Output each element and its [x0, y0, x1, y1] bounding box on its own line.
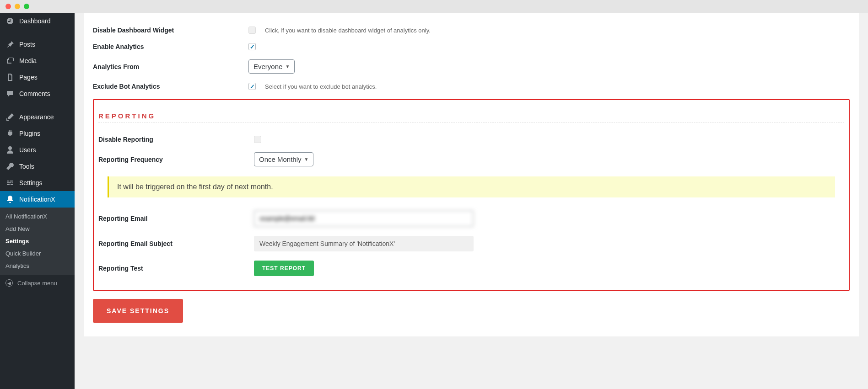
sidebar-item-label: Comments: [19, 90, 50, 97]
help-disable-dashboard-widget: Click, if you want to disable dashboard …: [265, 27, 431, 34]
reporting-highlight: REPORTING Disable Reporting Reporting Fr…: [93, 99, 850, 291]
page-icon: [5, 73, 15, 82]
label-disable-dashboard-widget: Disable Dashboard Widget: [93, 27, 248, 34]
row-analytics-from: Analytics From Everyone ▼: [93, 55, 850, 78]
sidebar-item-media[interactable]: Media: [0, 53, 75, 69]
submenu-add-new[interactable]: Add New: [0, 223, 75, 235]
row-exclude-bot-analytics: Exclude Bot Analytics Select if you want…: [93, 78, 850, 95]
sidebar-item-label: Users: [19, 146, 36, 154]
settings-panel: Disable Dashboard Widget Click, if you w…: [84, 13, 859, 336]
admin-sidebar: Dashboard Posts Media Pages Comments App…: [0, 13, 75, 389]
notice-frequency: It will be triggered on the first day of…: [108, 176, 835, 197]
submenu-analytics[interactable]: Analytics: [0, 260, 75, 272]
sidebar-item-label: Posts: [19, 41, 35, 48]
sidebar-item-settings[interactable]: Settings: [0, 175, 75, 191]
collapse-menu-button[interactable]: ◀ Collapse menu: [0, 275, 75, 291]
maximize-window-icon[interactable]: [24, 4, 29, 9]
sidebar-item-dashboard[interactable]: Dashboard: [0, 13, 75, 29]
sidebar-item-appearance[interactable]: Appearance: [0, 109, 75, 125]
label-exclude-bot-analytics: Exclude Bot Analytics: [93, 83, 248, 90]
checkbox-disable-reporting[interactable]: [254, 136, 261, 143]
select-analytics-from[interactable]: Everyone ▼: [248, 59, 295, 74]
main-content: Disable Dashboard Widget Click, if you w…: [75, 13, 868, 389]
brush-icon: [5, 112, 15, 122]
submenu-settings[interactable]: Settings: [0, 235, 75, 247]
input-reporting-subject[interactable]: [254, 236, 474, 251]
sidebar-item-pages[interactable]: Pages: [0, 69, 75, 85]
user-icon: [5, 145, 15, 155]
sidebar-item-label: Settings: [19, 179, 43, 187]
sidebar-item-label: Tools: [19, 163, 34, 170]
submenu-all-notificationx[interactable]: All NotificationX: [0, 210, 75, 223]
chevron-down-icon: ▼: [304, 157, 309, 162]
row-reporting-test: Reporting Test TEST REPORT: [98, 256, 844, 281]
input-reporting-email[interactable]: [254, 210, 474, 227]
test-report-button[interactable]: TEST REPORT: [254, 261, 314, 276]
wrench-icon: [5, 162, 15, 171]
label-reporting-subject: Reporting Email Subject: [98, 240, 254, 247]
help-exclude-bot-analytics: Select if you want to exclude bot analyt…: [265, 83, 377, 90]
sidebar-item-label: Pages: [19, 74, 38, 81]
dashboard-icon: [5, 16, 15, 26]
sidebar-item-label: Dashboard: [19, 17, 51, 25]
submenu-quick-builder[interactable]: Quick Builder: [0, 247, 75, 260]
label-reporting-email: Reporting Email: [98, 215, 254, 222]
sidebar-item-label: Plugins: [19, 130, 40, 137]
comment-icon: [5, 89, 15, 98]
row-enable-analytics: Enable Analytics: [93, 38, 850, 55]
label-analytics-from: Analytics From: [93, 63, 248, 70]
bell-icon: [5, 195, 15, 204]
close-window-icon[interactable]: [5, 4, 11, 9]
row-reporting-frequency: Reporting Frequency Once Monthly ▼: [98, 148, 844, 171]
sidebar-submenu: All NotificationX Add New Settings Quick…: [0, 208, 75, 275]
label-reporting-frequency: Reporting Frequency: [98, 156, 254, 163]
sidebar-item-plugins[interactable]: Plugins: [0, 125, 75, 142]
sidebar-item-users[interactable]: Users: [0, 142, 75, 158]
plug-icon: [5, 129, 15, 138]
sidebar-item-notificationx[interactable]: NotificationX: [0, 191, 75, 208]
minimize-window-icon[interactable]: [15, 4, 20, 9]
sidebar-item-label: Media: [19, 57, 37, 64]
label-enable-analytics: Enable Analytics: [93, 43, 248, 50]
row-reporting-email: Reporting Email: [98, 206, 844, 231]
select-reporting-frequency[interactable]: Once Monthly ▼: [254, 152, 313, 166]
sidebar-item-label: NotificationX: [19, 196, 55, 203]
row-disable-dashboard-widget: Disable Dashboard Widget Click, if you w…: [93, 22, 850, 38]
media-icon: [5, 56, 15, 65]
collapse-icon: ◀: [5, 279, 13, 287]
sidebar-item-posts[interactable]: Posts: [0, 36, 75, 53]
select-value: Everyone: [253, 63, 282, 70]
checkbox-disable-dashboard-widget[interactable]: [248, 27, 256, 34]
sliders-icon: [5, 178, 15, 187]
sidebar-item-label: Appearance: [19, 113, 54, 121]
pin-icon: [5, 40, 15, 49]
row-reporting-subject: Reporting Email Subject: [98, 231, 844, 256]
section-heading-reporting: REPORTING: [98, 109, 844, 123]
sidebar-item-tools[interactable]: Tools: [0, 158, 75, 175]
save-settings-button[interactable]: SAVE SETTINGS: [93, 299, 183, 323]
chevron-down-icon: ▼: [285, 64, 290, 69]
label-reporting-test: Reporting Test: [98, 265, 254, 272]
select-value: Once Monthly: [259, 155, 302, 163]
sidebar-item-comments[interactable]: Comments: [0, 85, 75, 102]
checkbox-exclude-bot-analytics[interactable]: [248, 83, 256, 90]
window-chrome: [0, 0, 868, 13]
collapse-label: Collapse menu: [17, 280, 57, 287]
checkbox-enable-analytics[interactable]: [248, 43, 256, 50]
row-disable-reporting: Disable Reporting: [98, 131, 844, 148]
label-disable-reporting: Disable Reporting: [98, 136, 254, 143]
